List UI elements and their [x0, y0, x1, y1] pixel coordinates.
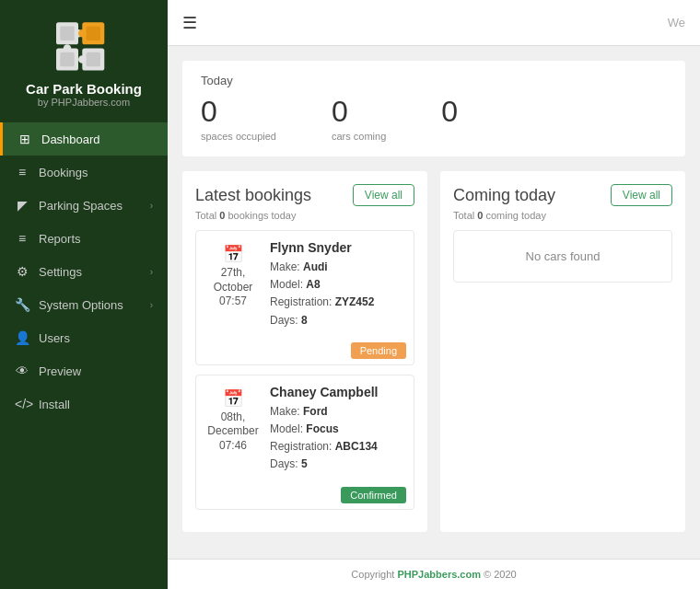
- stat-other: 0: [441, 95, 458, 142]
- panel-header: Coming today View all: [453, 184, 672, 206]
- badge-row: Pending: [196, 339, 414, 364]
- stat-spaces-occupied: 0 spaces occupied: [201, 95, 276, 142]
- booking-date: 📅 27th,October07:57: [205, 240, 261, 329]
- sidebar-item-label: Preview: [39, 364, 153, 378]
- footer-text-before: Copyright: [351, 569, 397, 580]
- sidebar-item-system-options[interactable]: 🔧 System Options ›: [0, 288, 168, 321]
- booking-make: Ford: [303, 405, 328, 418]
- users-icon: 👤: [15, 330, 29, 345]
- booking-days: 5: [301, 457, 308, 470]
- sidebar-item-dashboard[interactable]: ⊞ Dashboard: [0, 122, 168, 156]
- parking-icon: ◤: [15, 198, 29, 213]
- booking-info: Flynn Snyder Make: Audi Model: A8 Regist…: [261, 240, 404, 329]
- sidebar-item-label: Parking Spaces: [39, 199, 150, 213]
- booking-model: A8: [306, 278, 320, 291]
- booking-card-inner: 📅 27th,October07:57 Flynn Snyder Make: A…: [196, 231, 414, 339]
- spaces-occupied-count: 0: [201, 95, 276, 129]
- sidebar-item-label: System Options: [39, 298, 150, 312]
- latest-bookings-view-all-button[interactable]: View all: [353, 184, 414, 206]
- coming-today-subtitle: Total 0 coming today: [453, 210, 672, 221]
- sidebar-item-label: Reports: [39, 232, 153, 246]
- sidebar-item-label: Dashboard: [41, 133, 153, 146]
- svg-rect-4: [87, 27, 100, 40]
- booking-date-text: 08th,December07:46: [205, 410, 261, 454]
- no-cars-found-box: No cars found: [453, 230, 672, 283]
- hamburger-icon[interactable]: ☰: [182, 13, 197, 33]
- badge-row: Confirmed: [196, 483, 414, 509]
- chevron-right-icon: ›: [150, 300, 153, 310]
- sidebar-item-users[interactable]: 👤 Users: [0, 321, 168, 354]
- chevron-right-icon: ›: [150, 201, 153, 211]
- other-count: 0: [441, 95, 458, 129]
- logo-icon: [52, 18, 116, 74]
- booking-detail: Make: Ford Model: Focus Registration: AB…: [270, 403, 404, 474]
- sidebar-item-settings[interactable]: ⚙ Settings ›: [0, 255, 168, 288]
- app-title: Car Park Booking: [26, 81, 142, 97]
- stat-cars-coming: 0 cars coming: [332, 95, 386, 142]
- booking-model: Focus: [306, 422, 338, 435]
- booking-name: Flynn Snyder: [270, 240, 404, 255]
- booking-card-inner: 📅 08th,December07:46 Chaney Campbell Mak…: [196, 375, 414, 483]
- sidebar-item-label: Settings: [39, 265, 150, 279]
- preview-icon: 👁: [15, 364, 29, 378]
- sidebar-item-reports[interactable]: ≡ Reports: [0, 222, 168, 255]
- stats-row: 0 spaces occupied 0 cars coming 0: [201, 95, 667, 142]
- calendar-icon: 📅: [205, 388, 261, 409]
- topbar-welcome: We: [668, 16, 685, 29]
- system-options-icon: 🔧: [15, 297, 29, 312]
- stats-section: Today 0 spaces occupied 0 cars coming 0: [182, 61, 685, 156]
- sidebar-item-label: Users: [39, 331, 153, 345]
- booking-days: 8: [301, 314, 308, 327]
- latest-bookings-subtitle: Total 0 bookings today: [195, 210, 414, 221]
- logo-area: Car Park Booking by PHPJabbers.com: [0, 0, 168, 119]
- today-label: Today: [201, 74, 667, 87]
- sidebar-item-label: Bookings: [39, 166, 153, 179]
- sidebar-item-preview[interactable]: 👁 Preview: [0, 354, 168, 387]
- chevron-right-icon: ›: [150, 267, 153, 277]
- sidebar: Car Park Booking by PHPJabbers.com ⊞ Das…: [0, 0, 168, 589]
- coming-count: 0: [477, 210, 483, 221]
- footer-text-after: © 2020: [481, 569, 517, 580]
- booking-name: Chaney Campbell: [270, 385, 404, 399]
- status-badge: Pending: [351, 342, 406, 359]
- sidebar-item-bookings[interactable]: ≡ Bookings: [0, 156, 168, 189]
- coming-today-panel: Coming today View all Total 0 coming tod…: [440, 171, 685, 532]
- booking-card: 📅 08th,December07:46 Chaney Campbell Mak…: [195, 375, 414, 510]
- cars-coming-count: 0: [332, 95, 386, 129]
- booking-date: 📅 08th,December07:46: [205, 385, 261, 474]
- sidebar-item-parking-spaces[interactable]: ◤ Parking Spaces ›: [0, 189, 168, 222]
- svg-point-8: [64, 44, 72, 52]
- booking-date-text: 27th,October07:57: [205, 266, 261, 309]
- topbar: ☰ We: [168, 0, 700, 46]
- sidebar-item-install[interactable]: </> Install: [0, 387, 168, 421]
- dashboard-icon: ⊞: [18, 132, 32, 146]
- booking-card: 📅 27th,October07:57 Flynn Snyder Make: A…: [195, 230, 414, 365]
- bookings-icon: ≡: [15, 165, 29, 179]
- install-icon: </>: [15, 397, 29, 411]
- panel-header: Latest bookings View all: [195, 184, 414, 206]
- latest-bookings-panel: Latest bookings View all Total 0 booking…: [182, 171, 427, 532]
- booking-reg: ABC134: [335, 440, 378, 453]
- cars-coming-label: cars coming: [332, 131, 386, 142]
- bookings-count: 0: [219, 210, 225, 221]
- reports-icon: ≡: [15, 231, 29, 246]
- calendar-icon: 📅: [205, 244, 261, 264]
- footer-link[interactable]: PHPJabbers.com: [397, 569, 480, 580]
- coming-today-view-all-button[interactable]: View all: [611, 184, 672, 206]
- coming-today-title: Coming today: [453, 186, 611, 205]
- svg-rect-7: [60, 52, 74, 66]
- sidebar-item-label: Install: [39, 398, 153, 411]
- main-content: ☰ We Today 0 spaces occupied 0 cars comi…: [168, 0, 700, 589]
- booking-make: Audi: [303, 260, 328, 273]
- settings-icon: ⚙: [15, 264, 29, 279]
- latest-bookings-title: Latest bookings: [195, 186, 353, 205]
- app-subtitle: by PHPJabbers.com: [38, 97, 130, 108]
- footer: Copyright PHPJabbers.com © 2020: [168, 559, 700, 589]
- content-area: Today 0 spaces occupied 0 cars coming 0: [168, 46, 700, 559]
- sidebar-nav: ⊞ Dashboard ≡ Bookings ◤ Parking Spaces …: [0, 122, 168, 589]
- booking-detail: Make: Audi Model: A8 Registration: ZYZ45…: [270, 259, 404, 329]
- booking-info: Chaney Campbell Make: Ford Model: Focus …: [261, 385, 404, 474]
- no-cars-text: No cars found: [526, 249, 601, 263]
- svg-point-11: [78, 55, 87, 64]
- two-column-section: Latest bookings View all Total 0 booking…: [182, 171, 685, 532]
